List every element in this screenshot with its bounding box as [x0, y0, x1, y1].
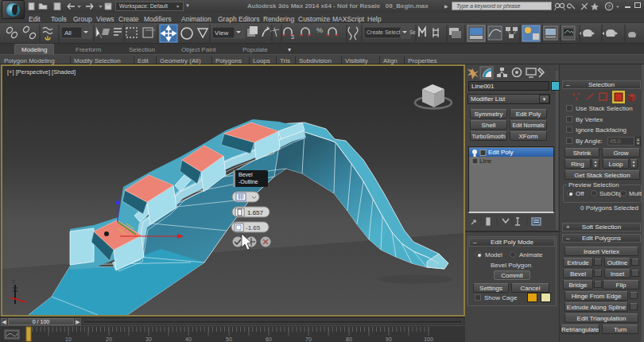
svg-text:60: 60	[266, 336, 272, 342]
svg-text:80: 80	[346, 336, 352, 342]
svg-text:90: 90	[386, 336, 392, 342]
svg-text:30: 30	[145, 336, 152, 342]
svg-text:Bevel: Bevel	[239, 172, 253, 177]
svg-text:20: 20	[106, 336, 112, 342]
svg-text:?: ?	[607, 3, 611, 10]
svg-text:1.657: 1.657	[247, 209, 264, 216]
svg-text:3: 3	[291, 34, 294, 40]
svg-text:50: 50	[226, 336, 232, 342]
svg-text:-1.65: -1.65	[246, 224, 261, 231]
svg-text:All: All	[64, 29, 72, 37]
svg-text:-Outline: -Outline	[239, 179, 258, 185]
svg-text:100: 100	[424, 336, 433, 342]
svg-text:%: %	[316, 26, 323, 34]
svg-text:70: 70	[305, 336, 312, 342]
svg-text:10: 10	[65, 336, 72, 342]
svg-text:z: z	[12, 278, 15, 284]
svg-text:40: 40	[185, 336, 192, 342]
svg-text:View: View	[215, 29, 228, 37]
